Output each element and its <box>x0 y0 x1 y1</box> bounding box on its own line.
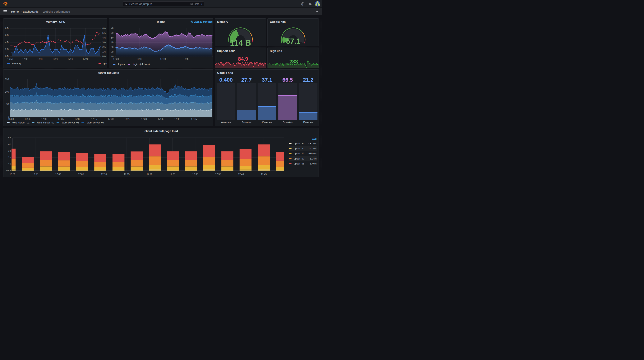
svg-text:50: 50 <box>111 36 114 39</box>
svg-text:2 s: 2 s <box>8 156 11 159</box>
svg-text:0 ms: 0 ms <box>6 169 11 172</box>
svg-text:17:45: 17:45 <box>261 173 266 176</box>
svg-text:150: 150 <box>5 78 9 80</box>
svg-text:17:40: 17:40 <box>160 58 166 60</box>
svg-text:6.81 ms: 6.81 ms <box>308 142 317 145</box>
svg-text:web_server_04: web_server_04 <box>87 121 104 124</box>
svg-text:16:55: 16:55 <box>25 118 30 120</box>
svg-text:B-series: B-series <box>242 121 251 124</box>
svg-text:17:00: 17:00 <box>55 173 61 176</box>
svg-text:17:35: 17:35 <box>215 173 221 176</box>
svg-text:3%: 3% <box>102 41 106 44</box>
svg-text:17:20: 17:20 <box>108 118 114 120</box>
svg-text:A-series: A-series <box>221 121 231 124</box>
svg-text:17:25: 17:25 <box>124 118 130 120</box>
svg-text:4%: 4% <box>102 36 106 39</box>
svg-text:1 s: 1 s <box>8 163 11 166</box>
svg-text:4 B: 4 B <box>5 41 8 44</box>
svg-text:Google hits: Google hits <box>217 71 233 74</box>
svg-text:17:10: 17:10 <box>101 173 107 176</box>
svg-text:17:05: 17:05 <box>78 173 84 176</box>
svg-text:17:40: 17:40 <box>82 58 88 60</box>
svg-text:logins (-1 hour): logins (-1 hour) <box>133 63 150 66</box>
svg-text:Memory: Memory <box>217 20 228 24</box>
svg-text:17:15: 17:15 <box>124 173 130 176</box>
svg-text:27.7: 27.7 <box>241 77 252 83</box>
svg-text:upper_25: upper_25 <box>294 142 304 145</box>
svg-text:C-series: C-series <box>262 121 272 124</box>
svg-text:142 ms: 142 ms <box>308 147 317 150</box>
svg-text:0 B: 0 B <box>5 55 8 58</box>
svg-text:16:50: 16:50 <box>7 58 13 60</box>
svg-text:Memory / CPU: Memory / CPU <box>46 20 65 24</box>
svg-text:2 B: 2 B <box>5 48 8 50</box>
svg-text:6%: 6% <box>102 27 106 30</box>
svg-text:Last 20 minutes: Last 20 minutes <box>194 20 212 23</box>
svg-text:17:35: 17:35 <box>158 118 164 120</box>
svg-text:avg: avg <box>312 138 317 140</box>
svg-text:6 B: 6 B <box>5 34 8 37</box>
svg-text:16:50: 16:50 <box>10 173 15 176</box>
svg-text:1.04 s: 1.04 s <box>310 157 317 160</box>
svg-text:Support calls: Support calls <box>217 49 235 52</box>
svg-text:upper_75: upper_75 <box>294 152 304 155</box>
svg-text:1.46 s: 1.46 s <box>310 162 317 165</box>
svg-text:server requests: server requests <box>98 71 119 74</box>
svg-text:17:10: 17:10 <box>74 118 80 120</box>
svg-text:web_server_01: web_server_01 <box>12 121 30 124</box>
svg-text:17:25: 17:25 <box>170 173 175 176</box>
svg-text:17:40: 17:40 <box>238 173 244 176</box>
svg-text:upper_90: upper_90 <box>294 157 304 160</box>
svg-text:8 B: 8 B <box>5 27 8 30</box>
svg-text:17:20: 17:20 <box>146 173 152 176</box>
svg-text:535 ms: 535 ms <box>308 152 317 155</box>
svg-text:?: ? <box>302 3 303 5</box>
svg-text:16:50: 16:50 <box>8 118 14 120</box>
svg-text:84.9: 84.9 <box>238 56 248 62</box>
svg-text:17:10: 17:10 <box>38 58 43 60</box>
svg-text:57.1: 57.1 <box>286 37 300 45</box>
svg-text:17:15: 17:15 <box>91 118 97 120</box>
svg-text:web_server_02: web_server_02 <box>37 121 54 124</box>
svg-text:cpu: cpu <box>103 62 107 65</box>
svg-text:logins: logins <box>118 63 125 66</box>
svg-text:17:45: 17:45 <box>191 118 197 120</box>
svg-text:upper_95: upper_95 <box>294 162 304 165</box>
svg-text:17:00: 17:00 <box>41 118 47 120</box>
svg-text:30: 30 <box>111 46 114 48</box>
svg-text:50: 50 <box>6 103 9 106</box>
svg-text:20: 20 <box>111 50 114 53</box>
svg-text:60: 60 <box>111 32 114 34</box>
svg-text:4 s: 4 s <box>8 143 11 146</box>
svg-text:5%: 5% <box>102 32 106 34</box>
svg-text:17:05: 17:05 <box>58 118 64 120</box>
svg-text:17:30: 17:30 <box>68 58 74 60</box>
svg-text:21.2: 21.2 <box>303 77 313 83</box>
svg-text:17:40: 17:40 <box>174 118 180 120</box>
svg-text:0%: 0% <box>102 55 106 58</box>
svg-text:Google hits: Google hits <box>270 20 286 24</box>
svg-text:0.400: 0.400 <box>219 77 233 83</box>
svg-text:283: 283 <box>290 59 298 64</box>
svg-text:114 B: 114 B <box>230 38 251 46</box>
svg-text:client side full page load: client side full page load <box>144 130 178 133</box>
svg-text:17:20: 17:20 <box>52 58 58 60</box>
svg-text:5 s: 5 s <box>8 136 11 139</box>
svg-text:66.5: 66.5 <box>282 77 293 83</box>
svg-text:37.1: 37.1 <box>262 77 272 83</box>
svg-text:10: 10 <box>111 55 114 58</box>
svg-text:40: 40 <box>111 41 114 44</box>
svg-text:D-series: D-series <box>282 121 292 124</box>
svg-text:17:30: 17:30 <box>113 58 119 60</box>
svg-text:100: 100 <box>5 90 9 93</box>
svg-text:web_server_03: web_server_03 <box>62 121 79 124</box>
svg-text:17:30: 17:30 <box>141 118 147 120</box>
svg-text:16:55: 16:55 <box>32 173 38 176</box>
svg-text:memory: memory <box>12 62 21 65</box>
svg-text:Sign ups: Sign ups <box>270 49 282 52</box>
svg-text:70: 70 <box>111 27 114 30</box>
svg-text:1%: 1% <box>102 50 106 53</box>
svg-text:17:30: 17:30 <box>192 173 198 176</box>
svg-text:2%: 2% <box>102 46 106 48</box>
svg-text:logins: logins <box>157 20 166 24</box>
